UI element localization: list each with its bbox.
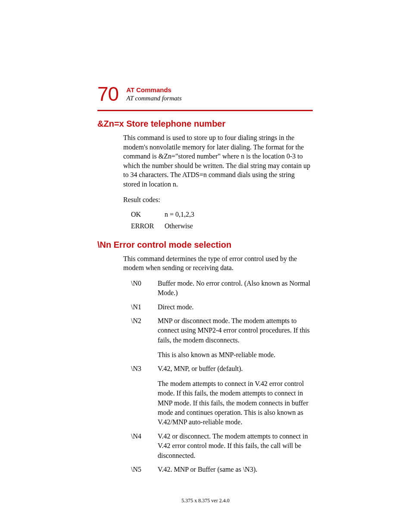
option-text: V.42, MNP, or buffer (default). [158,364,313,373]
result-code-row: OK n = 0,1,2,3 [131,208,313,220]
option-key: \N4 [131,432,146,460]
section1-paragraph: This command is used to store up to four… [123,133,313,189]
section2-body: This command determines the type of erro… [123,254,313,475]
chapter-subtitle: AT command formats [126,94,181,103]
section-heading-store-number: &Zn=x Store telephone number [97,119,313,129]
option-key: \N1 [131,302,146,312]
option-text: The modem attempts to connect in V.42 er… [158,379,313,427]
option-value: MNP or disconnect mode. The modem attemp… [158,316,313,360]
option-list: \N0 Buffer mode. No error control. (Also… [131,279,313,475]
option-key: \N3 [131,364,146,427]
option-row: \N2 MNP or disconnect mode. The modem at… [131,316,313,360]
result-codes-table: OK n = 0,1,2,3 ERROR Otherwise [131,208,313,232]
option-text: This is also known as MNP-reliable mode. [158,350,313,360]
page-content: 70 AT Commands AT command formats &Zn=x … [97,84,313,479]
option-text: V.42 or disconnect. The modem attempts t… [158,432,313,460]
result-code-key: OK [131,208,156,220]
page-footer: 5.375 x 8.375 ver 2.4.0 [0,498,411,504]
option-text: V.42. MNP or Buffer (same as \N3). [158,465,313,474]
result-code-key: ERROR [131,220,156,232]
option-text: MNP or disconnect mode. The modem attemp… [158,316,313,345]
option-row: \N1 Direct mode. [131,302,313,312]
result-codes-label: Result codes: [123,195,313,205]
result-code-row: ERROR Otherwise [131,220,313,232]
option-key: \N2 [131,316,146,360]
page-number: 70 [97,84,118,104]
option-value: V.42. MNP or Buffer (same as \N3). [158,465,313,474]
option-value: Buffer mode. No error control. (Also kno… [158,279,313,298]
section-heading-error-control: \Nn Error control mode selection [97,240,313,250]
option-value: V.42 or disconnect. The modem attempts t… [158,432,313,460]
option-key: \N5 [131,465,146,474]
section2-paragraph: This command determines the type of erro… [123,254,313,273]
chapter-title: AT Commands [126,86,181,94]
option-value: V.42, MNP, or buffer (default). The mode… [158,364,313,427]
option-row: \N3 V.42, MNP, or buffer (default). The … [131,364,313,427]
option-row: \N0 Buffer mode. No error control. (Also… [131,279,313,298]
header-rule [97,110,313,111]
result-code-value: n = 0,1,2,3 [165,208,194,220]
running-header: 70 AT Commands AT command formats [97,84,313,104]
option-value: Direct mode. [158,302,313,312]
section1-body: This command is used to store up to four… [123,133,313,232]
option-text: Direct mode. [158,302,313,312]
option-text: Buffer mode. No error control. (Also kno… [158,279,313,298]
option-key: \N0 [131,279,146,298]
option-row: \N4 V.42 or disconnect. The modem attemp… [131,432,313,460]
result-code-value: Otherwise [165,220,193,232]
option-row: \N5 V.42. MNP or Buffer (same as \N3). [131,465,313,474]
header-title-block: AT Commands AT command formats [126,84,181,103]
